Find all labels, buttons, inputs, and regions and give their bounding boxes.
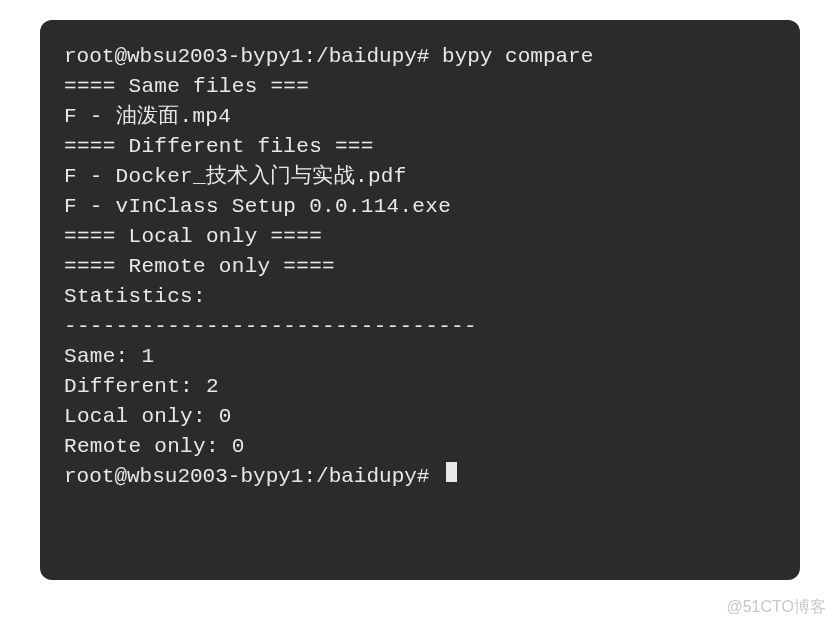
prompt-line-1: root@wbsu2003-bypy1:/baidupy# bypy compa… [64, 42, 776, 72]
shell-prompt: root@wbsu2003-bypy1:/baidupy# [64, 462, 442, 492]
output-line: ==== Local only ==== [64, 222, 776, 252]
terminal-window[interactable]: root@wbsu2003-bypy1:/baidupy# bypy compa… [40, 20, 800, 580]
watermark-text: @51CTO博客 [726, 597, 826, 618]
output-line: -------------------------------- [64, 312, 776, 342]
output-line: Statistics: [64, 282, 776, 312]
output-line: Same: 1 [64, 342, 776, 372]
prompt-line-2: root@wbsu2003-bypy1:/baidupy# [64, 462, 776, 492]
output-line: F - 油泼面.mp4 [64, 102, 776, 132]
output-line: F - vInClass Setup 0.0.114.exe [64, 192, 776, 222]
output-line: ==== Different files === [64, 132, 776, 162]
cursor-icon [446, 462, 457, 482]
output-line: Remote only: 0 [64, 432, 776, 462]
output-line: F - Docker_技术入门与实战.pdf [64, 162, 776, 192]
output-line: Different: 2 [64, 372, 776, 402]
shell-prompt: root@wbsu2003-bypy1:/baidupy# [64, 42, 442, 72]
output-line: ==== Same files === [64, 72, 776, 102]
command-input: bypy compare [442, 42, 593, 72]
output-line: ==== Remote only ==== [64, 252, 776, 282]
output-line: Local only: 0 [64, 402, 776, 432]
